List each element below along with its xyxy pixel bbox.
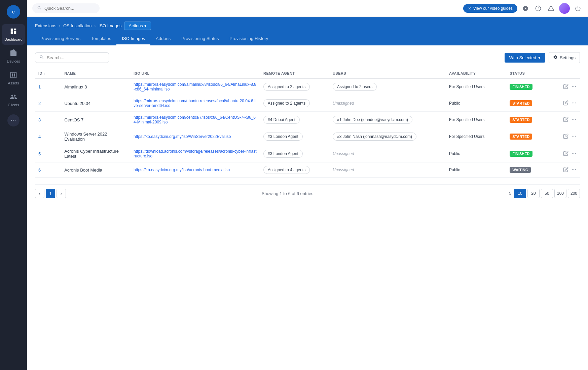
sidebar-item-assets[interactable]: Assets bbox=[2, 68, 25, 88]
cell-id[interactable]: 6 bbox=[35, 162, 61, 178]
tab-templates[interactable]: Templates bbox=[86, 33, 116, 45]
svg-point-14 bbox=[572, 119, 573, 120]
cell-row-actions bbox=[550, 95, 580, 112]
tab-provisioning-servers[interactable]: Provisioning Servers bbox=[35, 33, 86, 45]
cell-remote-agent[interactable]: Assigned to 2 agents bbox=[260, 78, 329, 95]
cell-remote-agent[interactable]: Assigned to 2 agents bbox=[260, 95, 329, 112]
edit-icon[interactable] bbox=[563, 84, 568, 90]
edit-icon[interactable] bbox=[563, 100, 568, 107]
more-options-icon[interactable] bbox=[571, 84, 577, 90]
cell-availability: For Specified Users bbox=[446, 128, 506, 145]
breadcrumb-os-installation[interactable]: OS Installation bbox=[63, 23, 92, 28]
more-options-icon[interactable] bbox=[571, 151, 577, 157]
svg-point-15 bbox=[574, 119, 575, 120]
page-size-20[interactable]: 20 bbox=[527, 189, 540, 198]
tab-provisioning-status[interactable]: Provisioning Status bbox=[176, 33, 224, 45]
col-remote-agent: Remote Agent bbox=[260, 69, 329, 78]
cell-status: WAITING bbox=[506, 162, 550, 178]
edit-icon[interactable] bbox=[563, 151, 568, 157]
next-page-button[interactable]: › bbox=[57, 189, 66, 198]
power-icon[interactable] bbox=[573, 4, 583, 13]
table-row: 2Ubuntu 20.04https://mirrors.easydcim.co… bbox=[35, 95, 580, 112]
more-options-icon[interactable] bbox=[571, 117, 577, 123]
warning-icon[interactable] bbox=[546, 4, 556, 13]
settings-label: Settings bbox=[560, 55, 576, 60]
page-size-50[interactable]: 50 bbox=[541, 189, 553, 198]
more-options-icon[interactable] bbox=[571, 134, 577, 140]
cell-users[interactable]: #3 John Nash (johnnash@easydcim.com) bbox=[329, 128, 446, 145]
pagination: ‹ 1 › Showing 1 to 6 of 6 entries 5 10 2… bbox=[35, 184, 580, 198]
cell-name: Windows Server 2022 Evaluation bbox=[61, 128, 130, 145]
info-icon[interactable] bbox=[534, 4, 543, 13]
more-options-icon[interactable] bbox=[571, 100, 577, 107]
edit-icon[interactable] bbox=[563, 167, 568, 173]
page-size-label: 5 bbox=[509, 191, 511, 196]
dashboard-icon bbox=[10, 28, 17, 36]
sidebar-item-devices[interactable]: Devices bbox=[2, 46, 25, 67]
tab-addons[interactable]: Addons bbox=[150, 33, 176, 45]
cell-row-actions bbox=[550, 128, 580, 145]
cell-status: FINISHED bbox=[506, 78, 550, 95]
cell-remote-agent[interactable]: #3 London Agent bbox=[260, 128, 329, 145]
svg-point-9 bbox=[574, 86, 575, 87]
cell-id[interactable]: 4 bbox=[35, 128, 61, 145]
cell-id[interactable]: 2 bbox=[35, 95, 61, 112]
cell-iso-url: https://kb.easydcim.org.my/iso/acronis-b… bbox=[130, 162, 260, 178]
table-search-input[interactable] bbox=[47, 55, 105, 60]
cell-status: STARTED bbox=[506, 95, 550, 112]
page-1-button[interactable]: 1 bbox=[46, 189, 55, 198]
sidebar-item-assets-label: Assets bbox=[8, 81, 19, 85]
svg-point-20 bbox=[572, 153, 573, 154]
logo[interactable]: e bbox=[5, 3, 22, 20]
cell-remote-agent[interactable]: #4 Dubai Agent bbox=[260, 112, 329, 128]
page-size-10[interactable]: 10 bbox=[514, 189, 526, 198]
sidebar-item-dashboard[interactable]: Dashboard bbox=[2, 24, 25, 45]
edit-icon[interactable] bbox=[563, 117, 568, 123]
page-size-200[interactable]: 200 bbox=[568, 189, 580, 198]
cell-name: Acronis Boot Media bbox=[61, 162, 130, 178]
nav-tabs: Provisioning Servers Templates ISO Image… bbox=[35, 33, 580, 45]
cell-id[interactable]: 1 bbox=[35, 78, 61, 95]
cell-name: Acronis Cyber Infrastructure Latest bbox=[61, 145, 130, 162]
tab-provisioning-history[interactable]: Provisioning History bbox=[224, 33, 273, 45]
avatar[interactable] bbox=[559, 3, 570, 14]
topbar-search-input[interactable] bbox=[44, 6, 95, 11]
with-selected-button[interactable]: With Selected ▾ bbox=[505, 53, 545, 63]
showing-text: Showing 1 to 6 of 6 entries bbox=[262, 191, 314, 196]
video-guide-label: View our video guides bbox=[473, 6, 513, 11]
cell-remote-agent[interactable]: Assigned to 4 agents bbox=[260, 162, 329, 178]
col-availability: Availability bbox=[446, 69, 506, 78]
settings-button[interactable]: Settings bbox=[549, 52, 580, 63]
page-size-100[interactable]: 100 bbox=[554, 189, 566, 198]
topbar-right: ✕ View our video guides bbox=[463, 3, 583, 14]
svg-point-24 bbox=[574, 169, 575, 170]
cell-row-actions bbox=[550, 112, 580, 128]
play-icon[interactable] bbox=[521, 4, 530, 13]
col-iso-url: ISO URL bbox=[130, 69, 260, 78]
prev-page-button[interactable]: ‹ bbox=[35, 189, 44, 198]
edit-icon[interactable] bbox=[563, 134, 568, 140]
actions-chevron-icon: ▾ bbox=[144, 23, 147, 28]
svg-point-25 bbox=[575, 169, 576, 170]
svg-point-12 bbox=[574, 102, 575, 103]
col-id: ID ↑ bbox=[35, 69, 61, 78]
sidebar-more-button[interactable]: ··· bbox=[7, 114, 20, 126]
breadcrumb-extensions[interactable]: Extensions bbox=[35, 23, 57, 28]
cell-users[interactable]: #1 John Doe (johndoe@easydcim.com) bbox=[329, 112, 446, 128]
cell-users: Unassigned bbox=[329, 145, 446, 162]
actions-button[interactable]: Actions ▾ bbox=[124, 22, 151, 30]
cell-id[interactable]: 5 bbox=[35, 145, 61, 162]
col-status: Status bbox=[506, 69, 550, 78]
cell-id[interactable]: 3 bbox=[35, 112, 61, 128]
svg-point-19 bbox=[575, 136, 576, 137]
cell-users[interactable]: Assigned to 2 users bbox=[329, 78, 446, 95]
svg-point-22 bbox=[575, 153, 576, 154]
sort-icon: ↑ bbox=[43, 72, 45, 75]
tab-iso-images[interactable]: ISO Images bbox=[116, 33, 150, 45]
assets-icon bbox=[10, 71, 17, 80]
sidebar-item-clients[interactable]: Clients bbox=[2, 90, 25, 110]
cell-iso-url: https://mirrors.easydcim.com/almalinux/8… bbox=[130, 78, 260, 95]
more-options-icon[interactable] bbox=[571, 167, 577, 173]
cell-remote-agent[interactable]: #3 London Agent bbox=[260, 145, 329, 162]
video-guide-button[interactable]: ✕ View our video guides bbox=[463, 4, 517, 13]
